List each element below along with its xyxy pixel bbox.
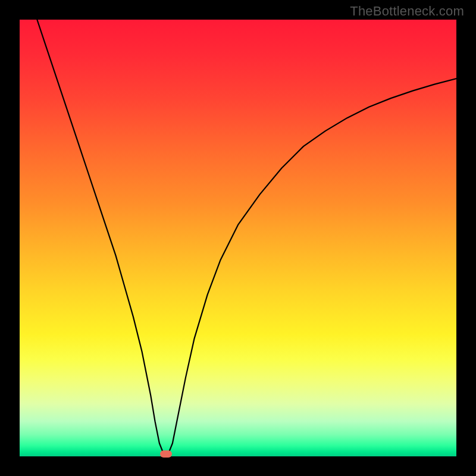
chart-plot-area <box>20 20 456 456</box>
chart-curve-svg <box>20 20 456 456</box>
watermark-text: TheBottleneck.com <box>350 4 464 19</box>
bottleneck-curve-path <box>37 20 456 454</box>
optimal-point-marker <box>160 450 172 458</box>
